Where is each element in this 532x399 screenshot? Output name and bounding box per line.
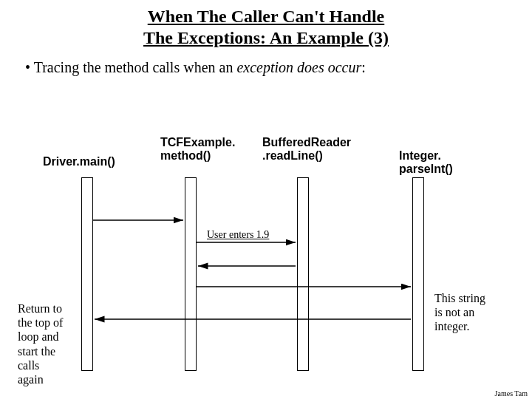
bullet-italic: exception does occur bbox=[236, 59, 361, 75]
note-l1: This string bbox=[434, 292, 485, 304]
user-enters-label: User enters 1.9 bbox=[207, 229, 269, 241]
title-line-1: When The Caller Can't Handle bbox=[148, 7, 384, 26]
credit: James Tam bbox=[495, 389, 528, 398]
return-note: Return to the top of loop and start the … bbox=[18, 301, 73, 386]
ret-l3: loop and bbox=[18, 330, 59, 343]
note-l2: is not an bbox=[434, 306, 474, 318]
bullet-prefix: • Tracing the method calls when an bbox=[25, 59, 236, 75]
ret-l6: again bbox=[18, 373, 44, 386]
bullet-text: • Tracing the method calls when an excep… bbox=[0, 49, 532, 76]
ret-l1: Return to bbox=[18, 302, 62, 315]
bullet-suffix: : bbox=[361, 59, 366, 75]
note-l3: integer. bbox=[434, 320, 470, 332]
sequence-diagram: Driver.main() TCFExample. method() Buffe… bbox=[0, 111, 532, 392]
title-line-2: The Exceptions: An Example (3) bbox=[143, 28, 389, 47]
arrows-layer bbox=[0, 111, 532, 392]
ret-l5: calls bbox=[18, 359, 39, 372]
slide-title: When The Caller Can't Handle The Excepti… bbox=[0, 0, 532, 49]
note-not-integer: This string is not an integer. bbox=[434, 291, 508, 334]
ret-l4: start the bbox=[18, 345, 55, 358]
ret-l2: the top of bbox=[18, 316, 63, 329]
